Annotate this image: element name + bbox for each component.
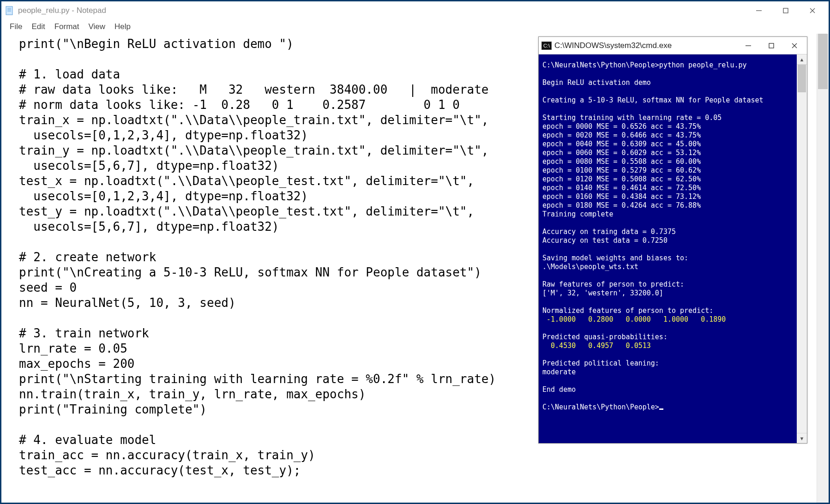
cmd-scrollbar[interactable]: ▲ ▼ [797, 54, 807, 443]
cmd-line: .\Models\people_wts.txt [542, 263, 638, 271]
menu-help[interactable]: Help [111, 21, 134, 32]
cmd-line: 0.4530 0.4957 0.0513 [542, 342, 651, 350]
cmd-line: Predicted quasi-probabilities: [542, 333, 668, 341]
cmd-line: Starting training with learning rate = 0… [542, 114, 722, 122]
cmd-line: epoch = 0100 MSE = 0.5279 acc = 60.62% [542, 166, 701, 174]
menu-view[interactable]: View [85, 21, 109, 32]
cmd-line: epoch = 0180 MSE = 0.4264 acc = 76.88% [542, 201, 701, 210]
cmd-prompt: C:\NeuralNets\Python\People> [542, 403, 659, 411]
cmd-line: End demo [542, 385, 576, 394]
cmd-line: epoch = 0020 MSE = 0.6466 acc = 43.75% [542, 131, 701, 139]
cmd-scroll-up-icon[interactable]: ▲ [797, 54, 807, 65]
cmd-scroll-down-icon[interactable]: ▼ [797, 433, 807, 443]
minimize-button[interactable] [746, 2, 772, 19]
notepad-scrollbar[interactable] [817, 34, 829, 503]
cmd-scrollbar-thumb[interactable] [798, 65, 806, 92]
cmd-line: Normalized features of person to predict… [542, 306, 713, 315]
cmd-line: Predicted political leaning: [542, 359, 659, 367]
svg-rect-9 [769, 43, 774, 48]
cmd-line: epoch = 0160 MSE = 0.4384 acc = 73.12% [542, 192, 701, 201]
menu-edit[interactable]: Edit [28, 21, 48, 32]
cmd-close-button[interactable] [783, 37, 806, 54]
close-button[interactable] [799, 2, 826, 19]
editor-area: print("\nBegin ReLU activation demo ") #… [1, 34, 829, 503]
svg-rect-5 [783, 8, 788, 13]
window-title: people_relu.py - Notepad [18, 6, 106, 15]
cmd-window-controls [737, 37, 806, 54]
svg-rect-0 [6, 6, 12, 15]
cmd-line: Accuracy on test data = 0.7250 [542, 236, 668, 245]
cmd-titlebar[interactable]: C:\ C:\WINDOWS\system32\cmd.exe [539, 37, 807, 54]
cmd-line: epoch = 0120 MSE = 0.5008 acc = 62.50% [542, 175, 701, 183]
cmd-line: Raw features of person to predict: [542, 280, 684, 288]
notepad-icon [5, 6, 14, 15]
cmd-line: Accuracy on traing data = 0.7375 [542, 228, 676, 236]
cmd-line: Begin ReLU activation demo [542, 78, 651, 87]
cmd-line: epoch = 0080 MSE = 0.5508 acc = 60.00% [542, 157, 701, 166]
scrollbar-thumb[interactable] [818, 34, 828, 89]
cmd-cursor [659, 408, 663, 410]
cmd-line: -1.0000 0.2800 0.0000 1.0000 0.1890 [542, 315, 726, 324]
cmd-line: epoch = 0000 MSE = 0.6526 acc = 43.75% [542, 122, 701, 131]
cmd-line: Creating a 5-10-3 ReLU, softmax NN for P… [542, 96, 764, 104]
cmd-minimize-button[interactable] [737, 37, 760, 54]
cmd-window: C:\ C:\WINDOWS\system32\cmd.exe C:\Neura… [538, 36, 807, 444]
cmd-maximize-button[interactable] [760, 37, 783, 54]
menubar: File Edit Format View Help [1, 20, 829, 34]
cmd-icon: C:\ [541, 42, 552, 50]
menu-file[interactable]: File [6, 21, 26, 32]
cmd-line: epoch = 0140 MSE = 0.4614 acc = 72.50% [542, 184, 701, 192]
cmd-line: Saving model weights and biases to: [542, 254, 688, 262]
notepad-titlebar: people_relu.py - Notepad [1, 1, 829, 20]
cmd-line: C:\NeuralNets\Python\People>python peopl… [542, 61, 747, 69]
cmd-line: ['M', 32, 'western', 33200.0] [542, 289, 663, 297]
cmd-line: epoch = 0040 MSE = 0.6309 acc = 45.00% [542, 140, 701, 148]
cmd-line: Training complete [542, 210, 613, 218]
window-controls [746, 2, 826, 19]
cmd-line: epoch = 0060 MSE = 0.6029 acc = 53.12% [542, 149, 701, 157]
maximize-button[interactable] [772, 2, 799, 19]
cmd-title: C:\WINDOWS\system32\cmd.exe [554, 41, 672, 50]
cmd-line: moderate [542, 368, 576, 376]
cmd-output[interactable]: C:\NeuralNets\Python\People>python peopl… [539, 54, 797, 443]
menu-format[interactable]: Format [51, 21, 83, 32]
